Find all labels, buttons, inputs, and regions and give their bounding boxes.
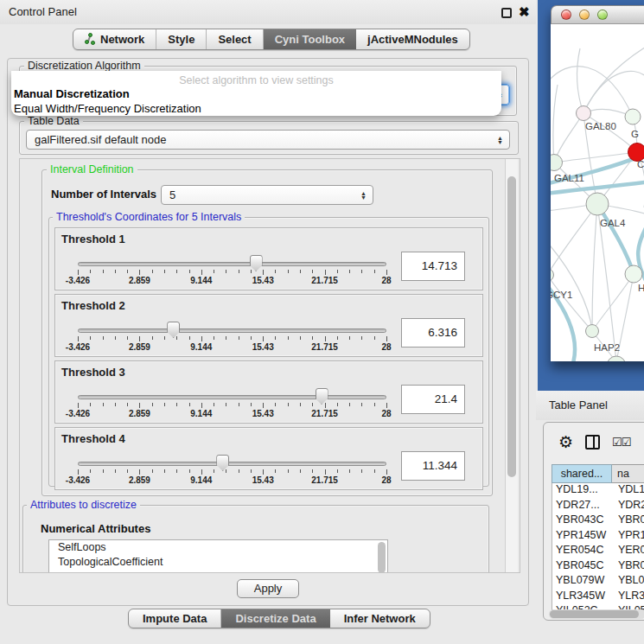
tab-impute-data[interactable]: Impute Data	[129, 609, 221, 628]
slider-tick	[164, 336, 165, 340]
numerical-attributes-list[interactable]: SelfLoopsTopologicalCoefficientBetweenne…	[48, 539, 388, 573]
threshold-value-field[interactable]: 11.344	[401, 451, 465, 481]
table-cell[interactable]: YDL19...	[552, 483, 612, 499]
network-window-titlebar[interactable]	[551, 5, 644, 24]
table-row[interactable]: YBL079WYBL07	[552, 574, 644, 590]
table-cell[interactable]: YLR345W	[552, 590, 612, 605]
settings-vertical-scrollbar[interactable]	[505, 159, 518, 572]
threshold-value-field[interactable]: 21.4	[401, 385, 465, 414]
table-cell[interactable]: YBR04	[612, 559, 644, 575]
close-icon[interactable]: ✖	[519, 4, 530, 20]
slider-tick	[103, 403, 104, 406]
slider-tick	[386, 469, 387, 475]
threshold-slider[interactable]	[78, 328, 386, 333]
slider-tick	[263, 336, 264, 341]
slider-tick	[127, 270, 128, 273]
slider-tick	[127, 336, 128, 340]
slider-thumb[interactable]	[167, 322, 180, 338]
threshold-slider[interactable]	[78, 395, 386, 399]
slider-tick-label: 28	[381, 475, 391, 485]
table-cell[interactable]: YDR27	[612, 499, 644, 514]
table-cell[interactable]: YDR27...	[552, 499, 612, 514]
column-header-shared-name[interactable]: shared...	[552, 464, 612, 483]
network-node[interactable]	[551, 269, 554, 282]
slider-tick	[189, 403, 190, 406]
slider-tick	[263, 469, 264, 475]
columns-icon[interactable]	[585, 435, 600, 450]
table-row[interactable]: YDL19...YDL19	[552, 483, 644, 499]
scrollbar-thumb[interactable]	[550, 610, 639, 618]
slider-tick	[115, 469, 116, 473]
slider-tick	[386, 403, 387, 408]
close-traffic-light-icon[interactable]	[561, 10, 571, 20]
tab-select[interactable]: Select	[207, 29, 263, 49]
table-cell[interactable]: YBR043C	[552, 513, 612, 529]
table-cell[interactable]: YPR145W	[552, 529, 612, 545]
table-row[interactable]: YPR145WYPR14	[552, 529, 644, 545]
table-data-label: Table Data	[24, 115, 83, 127]
tab-infer-network[interactable]: Infer Network	[330, 609, 430, 628]
slider-tick	[78, 469, 79, 475]
tab-cyni-toolbox[interactable]: Cyni Toolbox	[264, 29, 356, 49]
network-node[interactable]	[577, 106, 591, 121]
select-columns-checkboxes-icon[interactable]: ☑☑	[612, 436, 630, 449]
threshold-slider[interactable]	[78, 462, 386, 466]
slider-tick-label: 15.43	[252, 475, 274, 485]
apply-button[interactable]: Apply	[237, 579, 299, 598]
table-cell[interactable]: YPR14	[612, 529, 644, 545]
tab-discretize-data[interactable]: Discretize Data	[221, 609, 329, 628]
network-node[interactable]	[586, 325, 599, 338]
table-row[interactable]: YDR27...YDR27	[552, 499, 644, 514]
minimize-traffic-light-icon[interactable]	[579, 10, 590, 20]
table-cell[interactable]: YBL07	[612, 574, 644, 590]
slider-thumb[interactable]	[316, 388, 328, 405]
slider-tick-label: -3.426	[66, 409, 90, 418]
table-cell[interactable]: YBL079W	[552, 574, 612, 590]
network-canvas[interactable]: GAL80GCGAL11GAL4GCY1HHAP2	[551, 24, 644, 361]
column-header-name[interactable]: na	[612, 464, 644, 483]
table-cell[interactable]: YLR34	[612, 590, 644, 605]
attributes-group-label: Attributes to discretize	[27, 499, 140, 511]
slider-tick	[164, 403, 165, 406]
table-cell[interactable]: YER054C	[552, 544, 612, 559]
attribute-list-item[interactable]: BetweennessCentrality	[49, 570, 387, 573]
table-row[interactable]: YER054CYER05	[552, 544, 644, 559]
threshold-value-field[interactable]: 14.713	[401, 252, 465, 281]
slider-tick-label: -3.426	[66, 475, 90, 485]
slider-tick	[300, 403, 301, 406]
tab-style[interactable]: Style	[156, 29, 207, 49]
zoom-traffic-light-icon[interactable]	[597, 10, 608, 20]
table-cell[interactable]: YER05	[612, 544, 644, 559]
network-node[interactable]	[625, 265, 642, 283]
attribute-list-item[interactable]: SelfLoops	[49, 540, 387, 555]
threshold-slider[interactable]	[78, 262, 386, 266]
tab-jactivemnodules[interactable]: jActiveMNodules	[356, 29, 469, 49]
table-cell[interactable]: YDL19	[612, 483, 644, 499]
dropdown-option-equal-width-frequency[interactable]: Equal Width/Frequency Discretization	[11, 101, 501, 116]
float-window-icon[interactable]	[501, 8, 512, 18]
table-cell[interactable]: YBR04	[612, 513, 644, 529]
number-of-intervals-combobox[interactable]: 5 ▲▼	[161, 185, 373, 205]
dropdown-option-manual-discretization[interactable]: Manual Discretization	[11, 86, 501, 101]
slider-thumb[interactable]	[216, 455, 229, 471]
dropdown-hint: Select algorithm to view settings	[11, 74, 501, 86]
table-row[interactable]: YBR045CYBR04	[552, 559, 644, 575]
table-row[interactable]: YBR043CYBR04	[552, 513, 644, 529]
network-node[interactable]	[586, 193, 609, 215]
threshold-value-field[interactable]: 6.316	[401, 318, 465, 348]
attributes-list-scrollbar[interactable]	[378, 542, 386, 573]
table-cell[interactable]: YBR045C	[552, 559, 612, 575]
slider-tick	[325, 270, 326, 275]
network-node[interactable]	[625, 109, 641, 124]
attribute-list-item[interactable]: TopologicalCoefficient	[49, 555, 387, 570]
scrollbar-thumb[interactable]	[507, 176, 516, 477]
slider-tick	[214, 403, 214, 406]
table-row[interactable]: YLR345WYLR34	[552, 590, 644, 605]
table-data-combobox[interactable]: galFiltered.sif default node ▲▼	[26, 130, 510, 150]
tab-network[interactable]: Network	[73, 29, 156, 49]
gear-icon[interactable]: ⚙	[558, 432, 573, 452]
network-node[interactable]	[607, 356, 626, 361]
table-horizontal-scrollbar[interactable]	[549, 609, 644, 619]
threshold-panel: Threshold 2 6.316 -3.4262.8599.14415.432…	[54, 294, 483, 357]
slider-tick	[312, 270, 313, 273]
